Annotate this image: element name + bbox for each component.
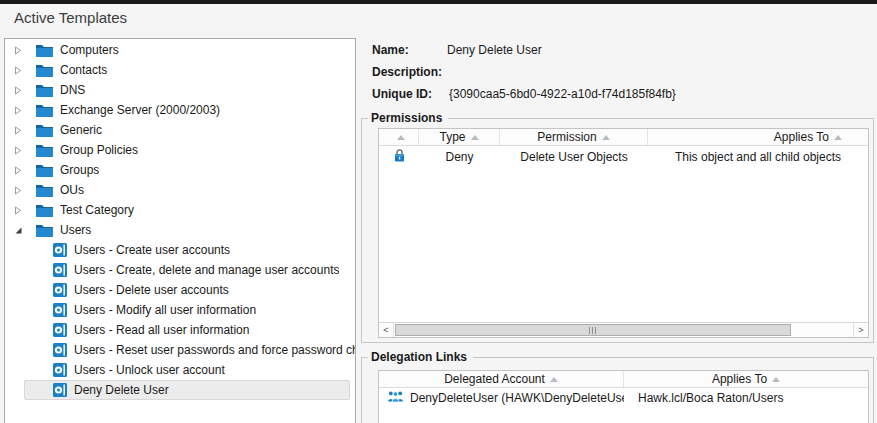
chevron-right-icon[interactable]	[14, 46, 24, 55]
tree-item-ous[interactable]: OUs	[5, 180, 355, 200]
scrollbar-grip-icon	[589, 327, 598, 334]
tree-item-label: Users - Unlock user account	[74, 363, 225, 377]
description-label: Description:	[372, 65, 442, 79]
tree-item-label: Users - Delete user accounts	[74, 283, 229, 297]
folder-icon	[36, 84, 53, 97]
folder-icon	[36, 164, 53, 177]
tree-item-label: OUs	[60, 183, 84, 197]
access-template-icon	[52, 302, 68, 318]
folder-icon	[36, 44, 53, 57]
deny-lock-icon	[394, 149, 405, 165]
tree-item-delete-user-accounts[interactable]: Users - Delete user accounts	[5, 280, 355, 300]
chevron-right-icon[interactable]	[14, 126, 24, 135]
column-header-delegated-account[interactable]: Delegated Account	[379, 371, 624, 387]
tree-item-computers[interactable]: Computers	[5, 40, 355, 60]
access-template-icon	[52, 342, 68, 358]
permission-name-cell: Delete User Objects	[500, 150, 648, 164]
tree-item-label: Test Category	[60, 203, 134, 217]
column-header-icon[interactable]	[379, 129, 419, 145]
permissions-groupbox: Permissions Type Permission Applies To D…	[361, 118, 874, 343]
folder-icon	[36, 64, 53, 77]
chevron-expanded-icon[interactable]	[14, 226, 24, 235]
chevron-right-icon[interactable]	[14, 186, 24, 195]
tree-item-contacts[interactable]: Contacts	[5, 60, 355, 80]
tree-item-reset-user-passwords[interactable]: Users - Reset user passwords and force p…	[5, 340, 355, 360]
unique-id-value: {3090caa5-6bd0-4922-a10d-f74d185f84fb}	[449, 87, 676, 101]
tree-item-label: Generic	[60, 123, 102, 137]
access-template-icon	[52, 242, 68, 258]
tree-item-create-user-accounts[interactable]: Users - Create user accounts	[5, 240, 355, 260]
tree-item-dns[interactable]: DNS	[5, 80, 355, 100]
delegation-applies-to-cell: Hawk.lcl/Boca Raton/Users	[624, 391, 868, 405]
tree-item-label: Users - Create user accounts	[74, 243, 230, 257]
access-template-icon	[52, 322, 68, 338]
access-template-icon	[52, 262, 68, 278]
sort-asc-icon	[397, 135, 405, 140]
column-header-label: Type	[439, 130, 465, 144]
tree-item-label: Deny Delete User	[74, 383, 169, 397]
unique-id-label: Unique ID:	[372, 87, 432, 101]
sort-asc-icon	[550, 377, 558, 382]
delegation-links-groupbox: Delegation Links Delegated Account Appli…	[361, 357, 874, 423]
column-header-permission[interactable]: Permission	[500, 129, 648, 145]
chevron-right-icon[interactable]	[14, 166, 24, 175]
tree-item-label: Users	[60, 223, 91, 237]
permissions-table[interactable]: Type Permission Applies To Deny Delete U…	[378, 128, 869, 338]
tree-item-label: Computers	[60, 43, 119, 57]
scroll-left-arrow[interactable]: <	[379, 323, 394, 337]
column-header-label: Permission	[537, 130, 596, 144]
tree-item-label: Exchange Server (2000/2003)	[60, 103, 220, 117]
tree-item-exchange-server[interactable]: Exchange Server (2000/2003)	[5, 100, 355, 120]
chevron-right-icon[interactable]	[14, 86, 24, 95]
group-users-icon	[387, 390, 404, 405]
tree-item-groups[interactable]: Groups	[5, 160, 355, 180]
permissions-group-label: Permissions	[368, 111, 448, 125]
scroll-right-arrow[interactable]: >	[853, 323, 868, 337]
tree-item-users[interactable]: Users	[5, 220, 355, 240]
top-accent-bar	[0, 0, 877, 4]
chevron-right-icon[interactable]	[14, 206, 24, 215]
tree-item-label: DNS	[60, 83, 85, 97]
scrollbar-thumb[interactable]	[395, 324, 791, 336]
column-header-label: Delegated Account	[444, 372, 545, 386]
permission-row[interactable]: Deny Delete User Objects This object and…	[379, 146, 868, 168]
chevron-right-icon[interactable]	[14, 66, 24, 75]
permission-type-cell: Deny	[419, 150, 500, 164]
delegation-link-row[interactable]: DenyDeleteUser (HAWK\DenyDeleteUse Hawk.…	[379, 388, 868, 407]
name-label: Name:	[372, 43, 409, 57]
scrollbar-track[interactable]	[394, 323, 853, 337]
delegation-table-header: Delegated Account Applies To	[379, 371, 868, 388]
tree-item-label: Group Policies	[60, 143, 138, 157]
tree-item-generic[interactable]: Generic	[5, 120, 355, 140]
permissions-table-header: Type Permission Applies To	[379, 129, 868, 146]
tree-item-label: Users - Reset user passwords and force p…	[74, 343, 355, 357]
templates-tree[interactable]: Computers Contacts DNS Exchange Server (…	[4, 38, 356, 423]
folder-icon	[36, 184, 53, 197]
column-header-applies-to[interactable]: Applies To	[624, 371, 868, 387]
chevron-right-icon[interactable]	[14, 146, 24, 155]
folder-icon	[36, 124, 53, 137]
tree-item-label: Users - Modify all user information	[74, 303, 256, 317]
tree-item-label: Contacts	[60, 63, 107, 77]
access-template-icon	[52, 282, 68, 298]
tree-item-read-all-user-info[interactable]: Users - Read all user information	[5, 320, 355, 340]
horizontal-scrollbar[interactable]: < >	[379, 322, 868, 337]
column-header-type[interactable]: Type	[419, 129, 500, 145]
tree-item-label: Users - Read all user information	[74, 323, 249, 337]
page-title: Active Templates	[14, 9, 127, 26]
tree-item-test-category[interactable]: Test Category	[5, 200, 355, 220]
tree-item-unlock-user-account[interactable]: Users - Unlock user account	[5, 360, 355, 380]
tree-item-label: Groups	[60, 163, 99, 177]
name-value: Deny Delete User	[447, 43, 542, 57]
delegation-links-table[interactable]: Delegated Account Applies To DenyDeleteU…	[378, 370, 869, 423]
sort-asc-icon	[471, 135, 479, 140]
access-template-icon	[52, 382, 68, 398]
column-header-applies-to[interactable]: Applies To	[648, 129, 868, 145]
tree-item-group-policies[interactable]: Group Policies	[5, 140, 355, 160]
tree-item-create-delete-manage[interactable]: Users - Create, delete and manage user a…	[5, 260, 355, 280]
chevron-right-icon[interactable]	[14, 106, 24, 115]
tree-item-label: Users - Create, delete and manage user a…	[74, 263, 339, 277]
sort-asc-icon	[772, 377, 780, 382]
tree-item-modify-all-user-info[interactable]: Users - Modify all user information	[5, 300, 355, 320]
tree-item-deny-delete-user[interactable]: Deny Delete User	[24, 380, 350, 400]
